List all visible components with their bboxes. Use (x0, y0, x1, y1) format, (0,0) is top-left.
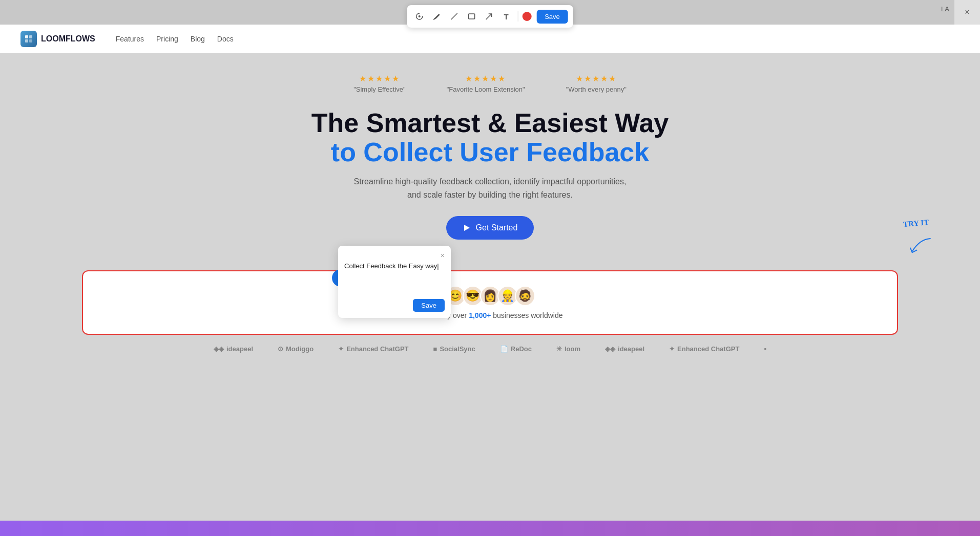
brand-name-1: ideapeel (226, 345, 253, 353)
avatars-row: 😊 😎 👩 👷 🧔 (445, 286, 535, 306)
rect-tool[interactable] (464, 9, 478, 24)
hero-subtitle: Streamline high-quality feedback collect… (10, 175, 970, 201)
review-label-1: "Simply Effective" (353, 85, 405, 93)
line-tool[interactable] (447, 9, 461, 24)
hero-title: The Smartest & Easiest Way to Collect Us… (10, 109, 970, 167)
brand-icon-9: ▪ (764, 345, 766, 353)
svg-point-0 (418, 15, 420, 17)
svg-line-1 (451, 13, 457, 19)
review-item-3: ★★★★★ "Worth every penny" (566, 74, 627, 93)
brand-icon-2: ⊙ (278, 345, 283, 353)
brand-name-4: SocialSync (440, 345, 475, 353)
brand-icon-8: ✦ (669, 345, 675, 353)
comment-popup-footer: Save (344, 299, 445, 312)
review-item-2: ★★★★★ "Favorite Loom Extension" (447, 74, 525, 93)
drawing-toolbar: T Save (407, 5, 573, 28)
svg-rect-5 (29, 35, 32, 38)
svg-line-3 (486, 14, 491, 19)
review-stars-2: ★★★★★ (465, 74, 506, 83)
svg-rect-7 (29, 39, 32, 42)
logo-icon (20, 31, 37, 47)
pen-tool[interactable] (429, 9, 444, 24)
brand-name-5: ReDoc (511, 345, 532, 353)
comment-save-button[interactable]: Save (413, 299, 445, 312)
logo: LOOMFLOWS (20, 31, 95, 47)
nav-bar: LOOMFLOWS Features Pricing Blog Docs (0, 25, 980, 53)
brand-redoc: 📄 ReDoc (500, 345, 532, 353)
cta-button[interactable]: Get Started (446, 216, 534, 240)
logo-text: LOOMFLOWS (41, 34, 95, 44)
reviews-row: ★★★★★ "Simply Effective" ★★★★★ "Favorite… (10, 74, 970, 93)
brand-name-6: loom (565, 345, 580, 353)
hero-subtitle-line2: and scale faster by building the right f… (407, 190, 573, 199)
brand-icon-3: ✦ (338, 345, 344, 353)
comment-popup-header: × (344, 252, 445, 259)
hero-title-line2: to Collect User Feedback (10, 138, 970, 167)
brand-icon-5: 📄 (500, 345, 508, 353)
lasso-tool[interactable] (412, 9, 426, 24)
brand-ideapeel-2: ◈◈ ideapeel (605, 345, 644, 353)
trust-section: 😊 😎 👩 👷 🧔 Trusted by over 1,000+ busines… (82, 270, 898, 335)
avatar-5: 🧔 (515, 286, 535, 306)
cta-label: Get Started (476, 223, 518, 232)
trust-highlight: 1,000+ (469, 311, 491, 319)
brand-enhanced-chatgpt-2: ✦ Enhanced ChatGPT (669, 345, 739, 353)
hero-title-line1: The Smartest & Easiest Way (311, 108, 669, 138)
nav-features[interactable]: Features (116, 35, 144, 43)
brand-name-3: Enhanced ChatGPT (346, 345, 408, 353)
bottom-bar (0, 521, 980, 536)
user-initials: LA (941, 5, 949, 13)
brand-name-7: ideapeel (618, 345, 644, 353)
review-item-1: ★★★★★ "Simply Effective" (353, 74, 405, 93)
svg-rect-6 (25, 39, 28, 42)
toolbar-divider (517, 11, 518, 22)
review-stars-1: ★★★★★ (359, 74, 400, 83)
review-label-2: "Favorite Loom Extension" (447, 85, 525, 93)
browser-close-button[interactable]: × (954, 0, 980, 25)
toolbar-save-button[interactable]: Save (536, 10, 568, 24)
record-button[interactable] (522, 12, 531, 21)
hero-subtitle-line1: Streamline high-quality feedback collect… (354, 177, 627, 186)
comment-close-button[interactable]: × (441, 252, 445, 259)
brand-icon-1: ◈◈ (214, 345, 224, 353)
svg-rect-2 (468, 14, 474, 19)
review-label-3: "Worth every penny" (566, 85, 627, 93)
brand-ideapeel: ◈◈ ideapeel (214, 345, 253, 353)
review-stars-3: ★★★★★ (576, 74, 617, 83)
brand-icon-4: ■ (433, 345, 437, 353)
nav-blog[interactable]: Blog (191, 35, 205, 43)
brand-modiggo: ⊙ Modiggo (278, 345, 314, 353)
brand-unknown: ▪ (764, 345, 766, 353)
arrow-tool[interactable] (482, 9, 496, 24)
svg-rect-4 (25, 35, 28, 38)
brand-enhanced-chatgpt: ✦ Enhanced ChatGPT (338, 345, 408, 353)
website-content: LOOMFLOWS Features Pricing Blog Docs ★★★… (0, 25, 980, 536)
brand-name-8: Enhanced ChatGPT (677, 345, 739, 353)
brand-icon-7: ◈◈ (605, 345, 615, 353)
brands-row: ◈◈ ideapeel ⊙ Modiggo ✦ Enhanced ChatGPT… (0, 337, 980, 361)
text-tool[interactable]: T (499, 9, 513, 24)
nav-pricing[interactable]: Pricing (156, 35, 178, 43)
svg-marker-8 (464, 225, 470, 231)
trust-suffix: businesses worldwide (491, 311, 562, 319)
nav-links: Features Pricing Blog Docs (116, 35, 234, 43)
comment-popup: × Collect Feedback the Easy way| Save (338, 246, 451, 318)
try-it-arrow (906, 232, 935, 260)
brand-loom: ✳ loom (556, 345, 580, 353)
nav-docs[interactable]: Docs (217, 35, 234, 43)
brand-icon-6: ✳ (556, 345, 562, 353)
brand-name-2: Modiggo (286, 345, 314, 353)
brand-socialsync: ■ SocialSync (433, 345, 475, 353)
comment-textarea[interactable]: Collect Feedback the Easy way| (344, 262, 445, 293)
hero-section: ★★★★★ "Simply Effective" ★★★★★ "Favorite… (0, 53, 980, 250)
